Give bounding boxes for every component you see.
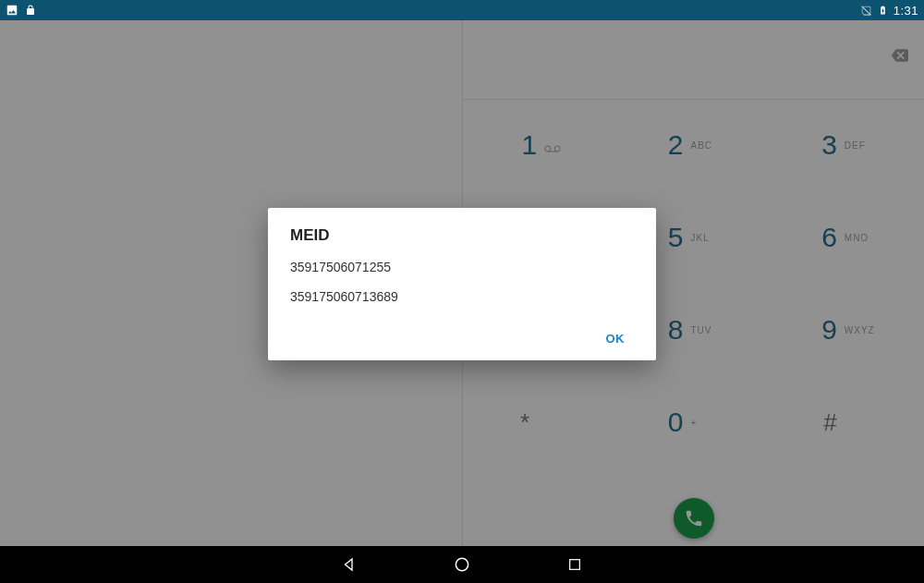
status-clock: 1:31 [894, 4, 918, 18]
svg-point-3 [456, 558, 468, 570]
battery-charging-icon [877, 4, 890, 17]
nav-home-button[interactable] [452, 554, 472, 575]
navigation-bar [0, 546, 924, 583]
meid-dialog: MEID 35917506071255 359175060713689 OK [268, 208, 656, 360]
dialog-title: MEID [290, 226, 634, 245]
lock-icon [24, 4, 37, 17]
status-bar: 1:31 [0, 0, 924, 20]
dialog-ok-button[interactable]: OK [597, 324, 635, 353]
svg-rect-4 [570, 560, 580, 570]
no-sim-icon [860, 4, 873, 17]
nav-back-button[interactable] [339, 554, 359, 575]
meid-value-1: 35917506071255 [290, 260, 634, 274]
screenshot-icon [6, 4, 18, 17]
nav-recents-button[interactable] [565, 554, 585, 575]
meid-value-2: 359175060713689 [290, 289, 634, 304]
